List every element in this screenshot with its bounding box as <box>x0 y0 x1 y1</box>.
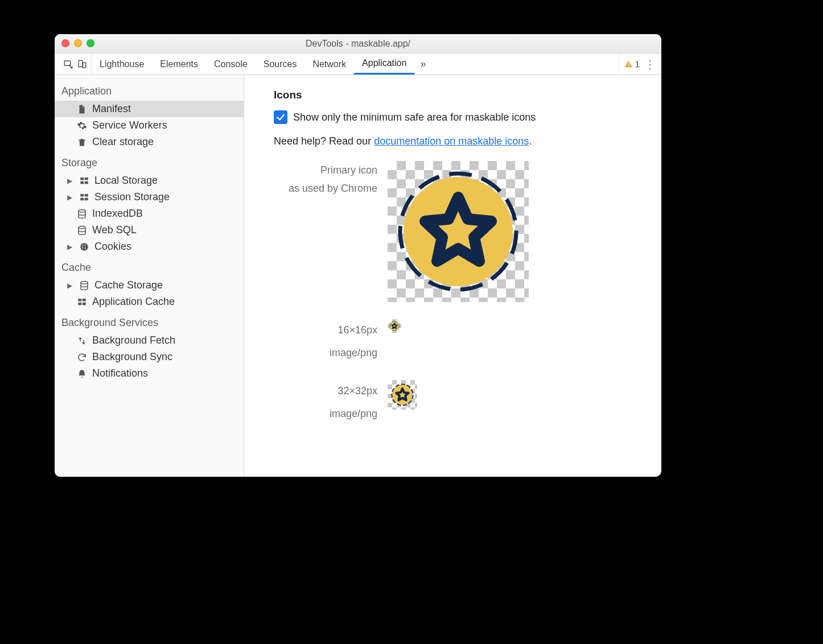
tab-elements[interactable]: Elements <box>152 53 206 75</box>
tabstrip: Lighthouse Elements Console Sources Netw… <box>55 53 661 75</box>
settings-menu-button[interactable]: ⋮ <box>643 57 657 71</box>
sidebar-item-background-sync[interactable]: Background Sync <box>55 349 244 365</box>
group-background-services: Background Services <box>55 310 244 332</box>
icon-16-preview <box>388 319 401 333</box>
inspect-element-icon[interactable] <box>63 59 74 70</box>
svg-rect-1 <box>79 60 83 67</box>
disclosure-triangle-icon[interactable]: ▶ <box>65 243 74 251</box>
tab-application[interactable]: Application <box>354 53 414 75</box>
svg-rect-0 <box>64 61 71 65</box>
grid-icon <box>79 192 90 203</box>
icon-mime-label: image/png <box>274 342 377 365</box>
svg-rect-5 <box>80 177 84 180</box>
section-title-icons: Icons <box>274 89 661 101</box>
svg-point-18 <box>82 247 83 248</box>
primary-icon-label-1: Primary icon <box>274 161 377 179</box>
svg-rect-10 <box>85 194 88 197</box>
devtools-window: DevTools - maskable.app/ Lighthouse Elem… <box>55 34 661 477</box>
gear-icon <box>76 120 88 131</box>
svg-rect-2 <box>83 63 86 68</box>
device-toolbar-icon[interactable] <box>76 59 88 70</box>
help-prefix: Need help? Read our <box>274 135 374 147</box>
database-icon <box>79 280 90 291</box>
svg-point-20 <box>81 281 88 284</box>
svg-rect-8 <box>85 181 88 184</box>
sidebar-item-cache-storage[interactable]: ▶ Cache Storage <box>55 277 244 294</box>
main-panel: Icons Show only the minimum safe area fo… <box>244 75 661 477</box>
window-title: DevTools - maskable.app/ <box>306 39 410 49</box>
svg-rect-11 <box>80 197 84 200</box>
tab-label: Lighthouse <box>100 59 144 69</box>
sidebar-item-label: Cookies <box>94 241 131 253</box>
icon-size-label: 32×32px <box>274 380 377 403</box>
sidebar-item-label: Notifications <box>92 368 148 379</box>
sidebar-item-notifications[interactable]: Notifications <box>55 365 244 382</box>
grid-icon <box>79 175 90 187</box>
tab-label: Elements <box>160 59 198 69</box>
svg-point-16 <box>83 245 84 246</box>
tab-sources[interactable]: Sources <box>256 53 305 75</box>
tab-network[interactable]: Network <box>304 53 354 75</box>
tab-label: Application <box>362 58 406 68</box>
svg-rect-6 <box>85 177 88 180</box>
primary-icon-preview <box>388 161 529 302</box>
sidebar-item-label: Session Storage <box>94 191 170 203</box>
sidebar-item-cookies[interactable]: ▶ Cookies <box>55 238 244 255</box>
sidebar-item-clear-storage[interactable]: Clear storage <box>55 134 244 150</box>
sidebar-item-background-fetch[interactable]: Background Fetch <box>55 332 244 349</box>
svg-point-19 <box>85 247 86 249</box>
tab-label: Network <box>312 59 346 69</box>
sidebar-item-manifest[interactable]: Manifest <box>55 101 244 117</box>
tabs-overflow-button[interactable]: » <box>414 53 431 75</box>
disclosure-triangle-icon[interactable]: ▶ <box>65 282 74 290</box>
svg-point-17 <box>85 245 86 246</box>
primary-icon-label-2: as used by Chrome <box>274 179 377 197</box>
group-application: Application <box>55 79 244 101</box>
sidebar-item-label: IndexedDB <box>92 208 143 220</box>
database-icon <box>76 225 88 236</box>
sidebar-item-indexeddb[interactable]: IndexedDB <box>55 205 244 222</box>
warnings-badge[interactable]: 1 <box>624 59 640 69</box>
group-storage: Storage <box>55 150 244 172</box>
sidebar-item-label: Cache Storage <box>94 279 163 291</box>
tab-lighthouse[interactable]: Lighthouse <box>92 53 152 75</box>
window-zoom-button[interactable] <box>87 39 94 47</box>
tabs: Lighthouse Elements Console Sources Netw… <box>92 53 414 75</box>
sidebar-item-label: Web SQL <box>92 224 137 236</box>
icon-size-label: 16×16px <box>274 319 377 342</box>
bell-icon <box>76 368 88 379</box>
sidebar-item-label: Local Storage <box>94 175 158 187</box>
safe-area-checkbox[interactable] <box>274 110 287 124</box>
sidebar-item-label: Service Workers <box>92 119 167 131</box>
disclosure-triangle-icon[interactable]: ▶ <box>65 193 74 201</box>
group-cache: Cache <box>55 255 244 277</box>
sidebar-item-application-cache[interactable]: Application Cache <box>55 294 244 310</box>
svg-point-14 <box>79 226 85 229</box>
tab-label: Console <box>214 59 248 69</box>
sidebar-item-websql[interactable]: Web SQL <box>55 222 244 238</box>
svg-rect-21 <box>78 299 81 302</box>
disclosure-triangle-icon[interactable]: ▶ <box>65 177 74 185</box>
svg-rect-9 <box>80 194 84 197</box>
file-icon <box>76 104 88 115</box>
svg-rect-24 <box>83 302 86 305</box>
svg-point-13 <box>79 209 85 212</box>
window-close-button[interactable] <box>61 39 69 47</box>
titlebar: DevTools - maskable.app/ <box>55 34 661 53</box>
icon-mime-label: image/png <box>274 403 377 426</box>
sidebar-item-session-storage[interactable]: ▶ Session Storage <box>55 189 244 205</box>
sidebar-item-label: Manifest <box>92 103 131 115</box>
sidebar-item-local-storage[interactable]: ▶ Local Storage <box>55 172 244 189</box>
svg-rect-12 <box>85 197 88 200</box>
sync-icon <box>76 352 88 363</box>
window-minimize-button[interactable] <box>74 39 82 47</box>
docs-link[interactable]: documentation on maskable icons <box>374 135 529 147</box>
svg-point-15 <box>80 243 88 251</box>
svg-rect-7 <box>80 181 84 184</box>
tab-console[interactable]: Console <box>206 53 256 75</box>
safe-area-checkbox-label: Show only the minimum safe area for mask… <box>293 112 536 123</box>
icon-32-preview <box>388 380 417 410</box>
sidebar-item-service-workers[interactable]: Service Workers <box>55 117 244 134</box>
sidebar-item-label: Application Cache <box>92 296 175 308</box>
svg-rect-22 <box>83 299 86 302</box>
